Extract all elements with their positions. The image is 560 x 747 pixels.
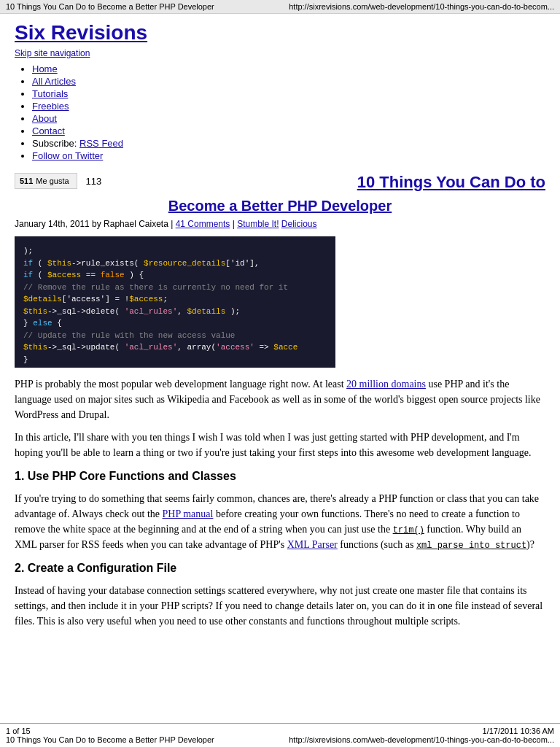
code-line-8: // Update the rule with the new access v… — [23, 330, 327, 342]
article-date: January 14th, 2011 — [15, 219, 90, 229]
code-line-2: if ( $this->rule_exists( $resource_detai… — [23, 258, 327, 270]
section2-heading: 2. Create a Configuration File — [15, 560, 545, 577]
php-manual-link[interactable]: PHP manual — [163, 508, 214, 519]
nav-item-rss: Subscribe: RSS Feed — [32, 138, 545, 149]
stumble-count: 113 — [86, 176, 102, 187]
social-buttons: 511 Me gusta 113 — [15, 173, 101, 189]
stumble-box: 113 — [83, 176, 102, 187]
nav-item-twitter: Follow on Twitter — [32, 150, 545, 161]
article-title-partial[interactable]: 10 Things You Can Do to — [357, 173, 545, 191]
page-footer: 1 of 15 10 Things You Can Do to Become a… — [0, 723, 560, 747]
skip-nav: Skip site navigation — [15, 47, 545, 59]
skip-nav-link[interactable]: Skip site navigation — [15, 48, 90, 58]
code-line-3: if ( $access == false ) { — [23, 269, 327, 282]
site-nav: Home All Articles Tutorials Freebies Abo… — [15, 63, 545, 161]
code-line-6: $this->_sql->delete( 'acl_rules', $detai… — [23, 306, 327, 318]
browser-url: http://sixrevisions.com/web-development/… — [289, 2, 554, 11]
footer-page-info: 1 of 15 — [6, 727, 214, 735]
article-header-area: 511 Me gusta 113 10 Things You Can Do to — [15, 173, 545, 192]
footer-bottom-url: http://sixrevisions.com/web-development/… — [289, 735, 554, 744]
code-line-7: } else { — [23, 317, 327, 330]
code-line-11: foreach( $this->rules as $key=>$rule ) { — [23, 365, 327, 368]
article-meta: January 14th, 2011 by Raphael Caixeta | … — [15, 219, 545, 229]
article-comments-link[interactable]: 41 Comments — [176, 219, 230, 229]
footer-datetime: 1/17/2011 10:36 AM — [289, 727, 554, 735]
xml-parse-code: xml_parse_into_struct — [416, 541, 526, 551]
article-full-title: Become a Better PHP Developer — [15, 198, 545, 214]
page-content: Six Revisions Skip site navigation Home … — [0, 14, 560, 680]
article-body: PHP is probably the most popular web dev… — [15, 376, 545, 629]
site-title: Six Revisions — [15, 21, 545, 44]
nav-item-home: Home — [32, 63, 545, 74]
nav-item-all-articles: All Articles — [32, 76, 545, 87]
site-title-link[interactable]: Six Revisions — [15, 21, 147, 44]
nav-item-contact: Contact — [32, 125, 545, 136]
nav-item-tutorials: Tutorials — [32, 88, 545, 99]
meta-by: by — [92, 219, 104, 229]
section1-paragraph: If you're trying to do something that se… — [15, 491, 545, 552]
nav-item-about: About — [32, 113, 545, 124]
article-delicious-link[interactable]: Delicious — [281, 219, 317, 229]
fb-like-label: Me gusta — [36, 177, 69, 185]
nav-list: Home All Articles Tutorials Freebies Abo… — [15, 63, 545, 161]
nav-item-freebies: Freebies — [32, 101, 545, 112]
xml-parser-link[interactable]: XML Parser — [287, 539, 338, 550]
code-line-10: } — [23, 354, 327, 366]
code-line-9: $this->_sql->update( 'acl_rules', array(… — [23, 341, 327, 354]
footer-right: 1/17/2011 10:36 AM http://sixrevisions.c… — [289, 727, 554, 744]
trim-code: trim() — [393, 525, 424, 535]
article-stumble-link[interactable]: Stumble It! — [237, 219, 279, 229]
footer-left: 1 of 15 10 Things You Can Do to Become a… — [6, 727, 214, 744]
code-line-4: // Remove the rule as there is currently… — [23, 282, 327, 294]
fb-count: 511 — [20, 177, 33, 185]
browser-title-bar: 10 Things You Can Do to Become a Better … — [0, 0, 560, 14]
intro-paragraph-2: In this article, I'll share with you ten… — [15, 430, 545, 460]
article-author: Raphael Caixeta — [104, 219, 168, 229]
section1-heading: 1. Use PHP Core Functions and Classes — [15, 468, 545, 485]
code-block-image: ); if ( $this->rule_exists( $resource_de… — [15, 236, 335, 368]
section2-paragraph: Instead of having your database connecti… — [15, 583, 545, 629]
article-title-right: 10 Things You Can Do to — [101, 173, 545, 192]
intro-paragraph-1: PHP is probably the most popular web dev… — [15, 376, 545, 422]
article-title-link[interactable]: Become a Better PHP Developer — [168, 198, 392, 214]
fb-like-box: 511 Me gusta — [15, 173, 77, 189]
tab-title: 10 Things You Can Do to Become a Better … — [6, 2, 214, 11]
footer-bottom-title: 10 Things You Can Do to Become a Better … — [6, 735, 214, 744]
code-line-5: $details['access'] = !$access; — [23, 293, 327, 306]
domains-link[interactable]: 20 million domains — [346, 379, 426, 390]
code-line-1: ); — [23, 245, 327, 258]
